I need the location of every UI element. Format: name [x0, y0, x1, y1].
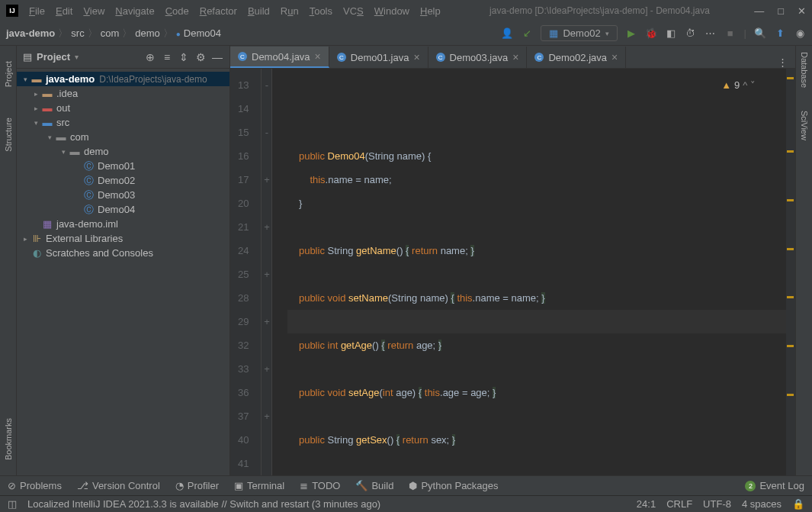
run-config-dropdown[interactable]: ▦Demo02▾ — [541, 25, 617, 41]
fold-gutter[interactable]: --++++++ — [262, 69, 272, 475]
breadcrumb-item[interactable]: java-demo — [6, 27, 55, 39]
tree-file-demo01[interactable]: ⒸDemo01 — [17, 159, 229, 173]
collapse-all-icon[interactable]: ⇕ — [178, 51, 190, 63]
coverage-icon[interactable]: ◧ — [665, 27, 677, 40]
code-text[interactable]: ▲9 ^ ˅ public Demo04(String name) { this… — [272, 69, 786, 475]
debug-icon[interactable]: 🐞 — [645, 27, 657, 40]
tree-folder-idea[interactable]: ▸▬.idea — [17, 86, 229, 101]
breadcrumb-class[interactable]: Demo04 — [176, 27, 221, 39]
tree-file-demo02[interactable]: ⒸDemo02 — [17, 173, 229, 188]
stop-icon[interactable]: ■ — [724, 27, 737, 40]
problems-icon: ⊘ — [8, 480, 16, 491]
window-controls: — □ ✕ — [754, 5, 806, 17]
event-log-tool-button[interactable]: 2Event Log — [745, 480, 804, 491]
line-number-gutter: 1314151617202124252829323336374041 — [230, 69, 262, 475]
database-tool-button[interactable]: Database — [800, 52, 809, 88]
sciview-tool-button[interactable]: SciView — [800, 111, 809, 140]
close-tab-icon[interactable]: × — [413, 51, 419, 63]
chevron-down-icon[interactable]: ▾ — [75, 53, 79, 61]
hide-panel-icon[interactable]: — — [211, 51, 223, 63]
editor-tabs: CDemo04.java× CDemo01.java× CDemo03.java… — [230, 46, 795, 69]
app-logo-icon: IJ — [6, 5, 18, 17]
search-icon[interactable]: 🔍 — [754, 27, 766, 40]
run-icon[interactable]: ▶ — [625, 27, 637, 40]
window-title: java-demo [D:\IdeaProjects\java-demo] - … — [445, 5, 754, 16]
project-panel: ▤ Project ▾ ⊕ ≡ ⇕ ⚙ — ▾▬java-demoD:\Idea… — [17, 46, 230, 475]
todo-tool-button[interactable]: ≣TODO — [300, 480, 340, 491]
python-packages-tool-button[interactable]: ⬢Python Packages — [409, 480, 498, 491]
status-message[interactable]: Localized IntelliJ IDEA 2021.3.3 is avai… — [27, 498, 626, 510]
minimize-icon[interactable]: — — [754, 5, 764, 17]
tab-demo03[interactable]: CDemo03.java× — [428, 47, 528, 68]
close-tab-icon[interactable]: × — [611, 51, 618, 63]
readonly-toggle-icon[interactable]: 🔒 — [792, 498, 804, 510]
inspection-badge[interactable]: ▲9 ^ ˅ — [721, 73, 756, 97]
tree-external-libraries[interactable]: ▸⊪External Libraries — [17, 231, 229, 246]
menu-run[interactable]: Run — [276, 4, 303, 18]
menu-refactor[interactable]: Refactor — [195, 4, 242, 18]
menu-file[interactable]: File — [24, 4, 50, 18]
breadcrumb-item[interactable]: com — [101, 27, 120, 39]
close-tab-icon[interactable]: × — [315, 50, 321, 63]
sync-icon[interactable]: ↙ — [521, 27, 533, 40]
project-tree[interactable]: ▾▬java-demoD:\IdeaProjects\java-demo ▸▬.… — [17, 69, 229, 475]
tree-project-root[interactable]: ▾▬java-demoD:\IdeaProjects\java-demo — [17, 72, 229, 86]
menu-code[interactable]: Code — [161, 4, 194, 18]
tree-file-demo03[interactable]: ⒸDemo03 — [17, 188, 229, 202]
code-area[interactable]: 1314151617202124252829323336374041 --+++… — [230, 69, 795, 475]
project-tool-button[interactable]: Project — [4, 61, 13, 87]
build-tool-button[interactable]: 🔨Build — [355, 480, 393, 491]
menu-window[interactable]: Window — [370, 4, 414, 18]
close-icon[interactable]: ✕ — [798, 5, 806, 17]
tree-folder-src[interactable]: ▾▬src — [17, 115, 229, 130]
menu-edit[interactable]: Edit — [51, 4, 77, 18]
profile-icon[interactable]: ⏱ — [685, 27, 697, 40]
problems-tool-button[interactable]: ⊘Problems — [8, 480, 62, 491]
ide-icon[interactable]: ◉ — [794, 27, 806, 40]
gear-icon[interactable]: ⚙ — [194, 51, 207, 63]
warning-icon: ▲ — [721, 73, 731, 97]
expand-all-icon[interactable]: ≡ — [161, 51, 173, 63]
status-bar: ◫ Localized IntelliJ IDEA 2021.3.3 is av… — [0, 495, 812, 512]
bottom-tool-bar: ⊘Problems ⎇Version Control ◔Profiler ▣Te… — [0, 475, 812, 495]
terminal-icon: ▣ — [234, 480, 243, 491]
more-run-icon[interactable]: ⋯ — [704, 27, 717, 40]
locate-icon[interactable]: ⊕ — [144, 51, 156, 63]
tool-window-toggle-icon[interactable]: ◫ — [8, 498, 17, 510]
tree-file-iml[interactable]: ▦java-demo.iml — [17, 217, 229, 231]
breadcrumb-item[interactable]: src — [71, 27, 84, 39]
vcs-tool-button[interactable]: ⎇Version Control — [77, 480, 160, 491]
maximize-icon[interactable]: □ — [778, 5, 784, 17]
tree-folder-demo[interactable]: ▾▬demo — [17, 144, 229, 159]
tree-scratches[interactable]: ◐Scratches and Consoles — [17, 246, 229, 260]
close-tab-icon[interactable]: × — [512, 51, 518, 63]
right-tool-gutter: Database SciView — [795, 46, 812, 475]
profiler-icon: ◔ — [175, 480, 184, 491]
line-separator[interactable]: CRLF — [666, 498, 692, 510]
menu-tools[interactable]: Tools — [305, 4, 337, 18]
menu-help[interactable]: Help — [416, 4, 445, 18]
structure-tool-button[interactable]: Structure — [4, 118, 13, 152]
tab-demo02[interactable]: CDemo02.java× — [527, 47, 626, 68]
menu-vcs[interactable]: VCS — [339, 4, 368, 18]
file-encoding[interactable]: UTF-8 — [703, 498, 731, 510]
terminal-tool-button[interactable]: ▣Terminal — [234, 480, 284, 491]
tree-folder-com[interactable]: ▾▬com — [17, 130, 229, 144]
tabs-more-icon[interactable]: ⋮ — [770, 56, 795, 68]
tab-demo04[interactable]: CDemo04.java× — [230, 47, 329, 68]
indent-setting[interactable]: 4 spaces — [742, 498, 782, 510]
project-panel-title[interactable]: Project — [37, 51, 70, 63]
update-icon[interactable]: ⬆ — [774, 27, 786, 40]
cursor-position[interactable]: 24:1 — [637, 498, 656, 510]
error-stripe[interactable] — [786, 69, 795, 475]
bookmarks-tool-button[interactable]: Bookmarks — [4, 418, 13, 460]
tab-demo01[interactable]: CDemo01.java× — [329, 47, 428, 68]
tree-folder-out[interactable]: ▸▬out — [17, 101, 229, 115]
add-user-icon[interactable]: 👤 — [501, 27, 513, 40]
menu-view[interactable]: View — [79, 4, 109, 18]
tree-file-demo04[interactable]: ⒸDemo04 — [17, 202, 229, 217]
menu-build[interactable]: Build — [243, 4, 274, 18]
profiler-tool-button[interactable]: ◔Profiler — [175, 480, 219, 491]
breadcrumb-item[interactable]: demo — [135, 27, 160, 39]
menu-navigate[interactable]: Navigate — [111, 4, 159, 18]
